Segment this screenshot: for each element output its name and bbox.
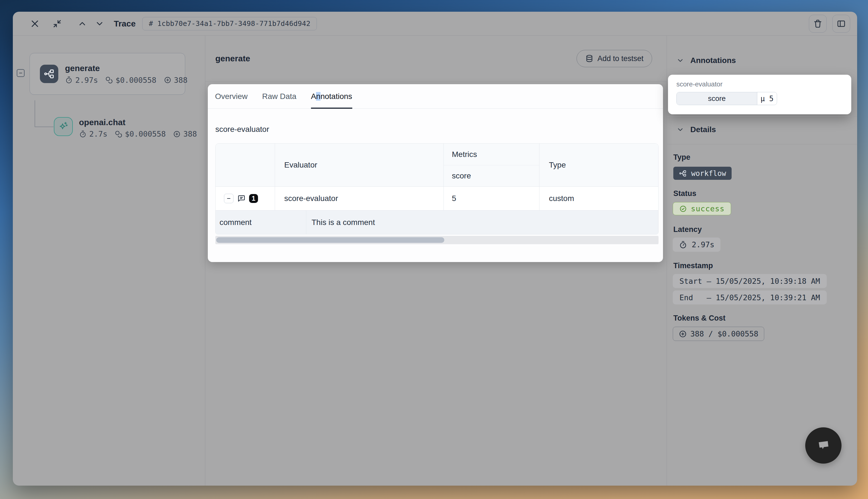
tree-node-body: openai.chat 2.7s $0.000558 388	[79, 117, 197, 138]
status-label: Status	[673, 189, 697, 198]
minus-icon	[226, 196, 231, 201]
tree-node-openai-chat[interactable]: openai.chat 2.7s $0.000558 388	[54, 117, 197, 138]
comment-value-cell: This is a comment	[306, 210, 658, 234]
latency-metric: 2.97s	[65, 76, 98, 84]
tokens-metric: 388	[173, 130, 197, 138]
sparkles-icon	[54, 117, 73, 136]
details-section-header[interactable]: Details	[676, 125, 716, 134]
tree-collapse-toggle[interactable]	[17, 69, 25, 77]
tokens-cost-pill: 388 / $0.000558	[673, 327, 764, 341]
stopwatch-icon	[679, 241, 687, 249]
span-title: generate	[215, 54, 250, 63]
score-mean-value[interactable]: μ 5	[757, 92, 777, 105]
cost-metric: $0.000558	[105, 76, 156, 84]
row-evaluator-cell: score-evaluator	[275, 187, 444, 210]
coins-icon	[114, 130, 122, 138]
tree-connector-vertical	[35, 100, 35, 127]
toggle-sidebar-button[interactable]	[832, 15, 850, 33]
popover-evaluator-label: score-evaluator	[676, 80, 843, 88]
row-actions-cell: 1	[216, 187, 275, 210]
main-panel: generate Add to testset Overview Raw Dat…	[205, 36, 667, 486]
tree-node-title: openai.chat	[79, 118, 197, 127]
header-cell-evaluator: Evaluator	[275, 144, 444, 187]
horizontal-scrollbar[interactable]	[215, 236, 659, 244]
tree-node-generate[interactable]: generate 2.97s $0.000558 388	[29, 53, 185, 95]
chevron-down-icon	[95, 19, 104, 28]
timestamp-start-pill: Start – 15/05/2025, 10:39:18 AM	[673, 274, 827, 288]
prev-trace-button[interactable]	[76, 17, 89, 30]
tree-connector-horizontal	[35, 126, 53, 127]
workflow-icon	[679, 170, 687, 177]
chat-fab-button[interactable]	[805, 427, 842, 464]
evaluator-heading: score-evaluator	[215, 125, 659, 134]
trace-tree-panel: generate 2.97s $0.000558 388	[13, 36, 205, 486]
trace-drawer: Trace # 1cbb70e7-34a1-7bb7-3498-771b7d46…	[13, 12, 857, 486]
add-to-testset-button[interactable]: Add to testset	[577, 50, 652, 67]
comment-key-cell: comment	[216, 210, 306, 234]
annotations-table-grid: Evaluator Metrics score Type	[216, 144, 658, 210]
tab-raw-data[interactable]: Raw Data	[262, 84, 297, 108]
tokens-cost-label: Tokens & Cost	[673, 314, 725, 322]
section-divider	[667, 116, 857, 117]
chevron-up-icon	[77, 19, 87, 28]
header-cell-score: score	[444, 165, 540, 187]
page-title: Trace	[114, 19, 135, 28]
timestamp-label: Timestamp	[673, 261, 713, 270]
workflow-icon	[40, 65, 58, 83]
check-circle-icon	[679, 205, 687, 213]
delete-trace-button[interactable]	[809, 15, 827, 33]
status-value-badge: success	[673, 202, 731, 215]
header-cell-type: Type	[540, 144, 658, 187]
row-score-cell: 5	[444, 187, 540, 210]
tokens-metric: 388	[164, 76, 188, 84]
chevron-down-icon	[676, 126, 684, 134]
tab-overview[interactable]: Overview	[215, 84, 248, 108]
panel-left-icon	[836, 19, 846, 28]
collapse-icon	[52, 19, 62, 28]
chevron-down-icon	[676, 57, 684, 64]
annotations-table: Evaluator Metrics score Type	[215, 143, 659, 234]
latency-label: Latency	[673, 225, 702, 234]
tree-node-metrics: 2.7s $0.000558 388	[79, 130, 197, 138]
score-control: score μ 5	[676, 92, 777, 105]
type-value-badge: workflow	[673, 167, 732, 180]
details-sidebar: Annotations score-evaluator score μ 5 De…	[667, 36, 857, 486]
plus-circle-icon	[173, 130, 181, 138]
collapse-row-button[interactable]	[224, 194, 233, 203]
timestamp-end-pill: End – 15/05/2025, 10:39:21 AM	[673, 291, 827, 304]
plus-circle-icon	[164, 76, 171, 84]
span-detail-card: Overview Raw Data Annotations score-eval…	[208, 84, 663, 262]
trace-id-badge[interactable]: # 1cbb70e7-34a1-7bb7-3498-771b7d46d942	[142, 17, 317, 31]
tab-annotations[interactable]: Annotations	[311, 84, 352, 108]
annotations-section-header[interactable]: Annotations	[676, 56, 736, 65]
comment-expanded-row: comment This is a comment	[216, 210, 658, 234]
cost-metric: $0.000558	[114, 130, 166, 138]
page-background: Trace # 1cbb70e7-34a1-7bb7-3498-771b7d46…	[0, 0, 868, 499]
database-icon	[585, 54, 593, 63]
close-icon	[30, 19, 40, 28]
coins-icon	[105, 76, 113, 84]
latency-metric: 2.7s	[79, 130, 107, 138]
header-cell-metrics: Metrics	[444, 144, 540, 165]
chat-bubble-icon	[813, 435, 834, 456]
comment-count-badge[interactable]: 1	[249, 194, 258, 203]
collapse-button[interactable]	[51, 17, 64, 30]
latency-value-pill: 2.97s	[673, 238, 721, 252]
annotation-popover: score-evaluator score μ 5	[668, 75, 851, 114]
tree-node-title: generate	[65, 63, 188, 73]
tab-bar: Overview Raw Data Annotations	[208, 84, 663, 109]
plus-circle-icon	[679, 330, 687, 338]
header-cell-empty	[216, 144, 275, 187]
next-trace-button[interactable]	[93, 17, 106, 30]
comment-icon	[237, 194, 246, 203]
comment-button[interactable]	[237, 194, 246, 203]
score-metric-field[interactable]: score	[677, 92, 757, 105]
stopwatch-icon	[79, 130, 87, 138]
span-header: generate Add to testset	[205, 36, 667, 82]
type-label: Type	[673, 153, 690, 162]
close-button[interactable]	[28, 17, 41, 30]
stopwatch-icon	[65, 76, 73, 84]
tree-node-metrics: 2.97s $0.000558 388	[65, 76, 188, 84]
scrollbar-thumb[interactable]	[216, 237, 444, 243]
minus-icon	[18, 71, 23, 75]
